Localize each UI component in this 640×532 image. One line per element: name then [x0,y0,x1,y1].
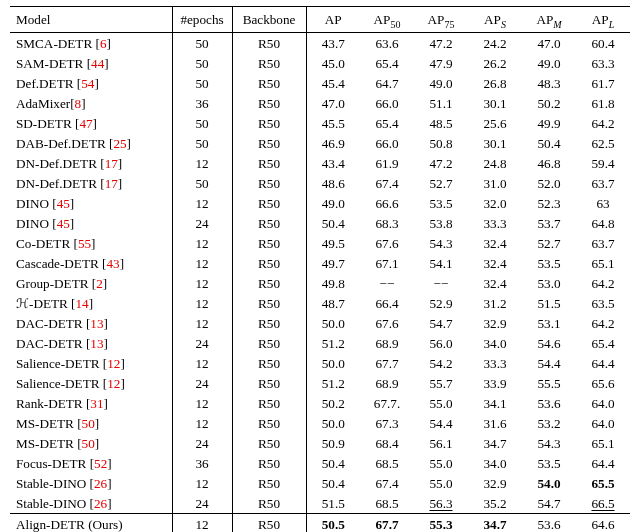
epochs-cell: 12 [172,293,232,313]
metric-cell: 34.7 [468,433,522,453]
model-cell: ℋ-DETR [14] [10,293,172,313]
metric-cell: 68.9 [360,373,414,393]
metric-cell: 66.0 [360,133,414,153]
metric-cell: 66.4 [360,293,414,313]
metric-cell: 61.7 [576,73,630,93]
citation-link[interactable]: 31 [90,396,103,411]
citation-link[interactable]: 50 [82,416,95,431]
epochs-cell: 50 [172,73,232,93]
model-cell: DAC-DETR [13] [10,333,172,353]
metric-cell: 65.1 [576,253,630,273]
epochs-cell: 12 [172,233,232,253]
model-cell: AdaMixer[8] [10,93,172,113]
metric-cell: 48.3 [522,73,576,93]
metric-cell: 49.0 [522,53,576,73]
citation-link[interactable]: 50 [82,436,95,451]
metric-cell: 63 [576,193,630,213]
metric-cell: 32.9 [468,313,522,333]
col-ap: AP [306,7,360,33]
metric-cell: 32.4 [468,253,522,273]
citation-link[interactable]: 55 [78,236,91,251]
metric-cell: 64.2 [576,313,630,333]
backbone-cell: R50 [232,293,306,313]
citation-link[interactable]: 44 [91,56,104,71]
epochs-cell: 12 [172,514,232,533]
col-model: Model [10,7,172,33]
citation-link[interactable]: 52 [94,456,107,471]
table-row: DN-Def.DETR [17]50R5048.667.452.731.052.… [10,173,630,193]
metric-cell: 66.6 [360,193,414,213]
metric-cell: 50.8 [414,133,468,153]
metric-cell: 55.5 [522,373,576,393]
metric-cell: 53.5 [522,253,576,273]
citation-link[interactable]: 13 [90,316,103,331]
epochs-cell: 50 [172,113,232,133]
citation-link[interactable]: 2 [96,276,103,291]
metric-cell: 67.1 [360,253,414,273]
model-cell: Focus-DETR [52] [10,453,172,473]
citation-link[interactable]: 26 [94,496,107,511]
backbone-cell: R50 [232,113,306,133]
citation-link[interactable]: 14 [76,296,89,311]
backbone-cell: R50 [232,313,306,333]
backbone-cell: R50 [232,73,306,93]
model-cell: Def.DETR [54] [10,73,172,93]
table-body: SMCA-DETR [6]50R5043.763.647.224.247.060… [10,33,630,533]
backbone-cell: R50 [232,133,306,153]
model-cell: SD-DETR [47] [10,113,172,133]
model-cell: DN-Def.DETR [17] [10,173,172,193]
citation-link[interactable]: 54 [81,76,94,91]
table-row: Stable-DINO [26]24R5051.568.556.335.254.… [10,493,630,514]
table-row: Stable-DINO [26]12R5050.467.455.032.954.… [10,473,630,493]
epochs-cell: 12 [172,353,232,373]
citation-link[interactable]: 12 [107,376,120,391]
backbone-cell: R50 [232,473,306,493]
backbone-cell: R50 [232,53,306,73]
metric-cell: 64.7 [360,73,414,93]
metric-cell: 50.4 [522,133,576,153]
citation-link[interactable]: 6 [100,36,107,51]
metric-cell: 61.9 [360,153,414,173]
metric-cell: 31.0 [468,173,522,193]
citation-link[interactable]: 45 [57,216,70,231]
citation-link[interactable]: 45 [57,196,70,211]
col-aps: APS [468,7,522,33]
metric-cell: 49.8 [306,273,360,293]
col-epochs: #epochs [172,7,232,33]
model-cell: Stable-DINO [26] [10,493,172,514]
backbone-cell: R50 [232,273,306,293]
metric-cell: 53.1 [522,313,576,333]
epochs-cell: 50 [172,33,232,54]
citation-link[interactable]: 8 [75,96,82,111]
metric-cell: 64.2 [576,273,630,293]
citation-link[interactable]: 25 [113,136,126,151]
citation-link[interactable]: 13 [90,336,103,351]
metric-cell: 65.6 [576,373,630,393]
model-cell: DINO [45] [10,213,172,233]
citation-link[interactable]: 43 [106,256,119,271]
metric-cell: 68.5 [360,493,414,514]
backbone-cell: R50 [232,514,306,533]
metric-cell: 61.8 [576,93,630,113]
citation-link[interactable]: 17 [105,156,118,171]
citation-link[interactable]: 17 [105,176,118,191]
metric-cell: 67.7 [360,514,414,533]
epochs-cell: 36 [172,93,232,113]
epochs-cell: 12 [172,253,232,273]
metric-cell: 55.7 [414,373,468,393]
metric-cell: 32.9 [468,473,522,493]
metric-cell: 50.0 [306,353,360,373]
col-ap50: AP50 [360,7,414,33]
model-cell: Co-DETR [55] [10,233,172,253]
citation-link[interactable]: 12 [107,356,120,371]
backbone-cell: R50 [232,193,306,213]
table-row: Co-DETR [55]12R5049.567.654.332.452.763.… [10,233,630,253]
metric-cell: 65.1 [576,433,630,453]
epochs-cell: 36 [172,453,232,473]
citation-link[interactable]: 47 [79,116,92,131]
metric-cell: 65.4 [576,333,630,353]
metric-cell: 50.2 [522,93,576,113]
citation-link[interactable]: 26 [94,476,107,491]
epochs-cell: 50 [172,173,232,193]
table-row: Salience-DETR [12]24R5051.268.955.733.95… [10,373,630,393]
